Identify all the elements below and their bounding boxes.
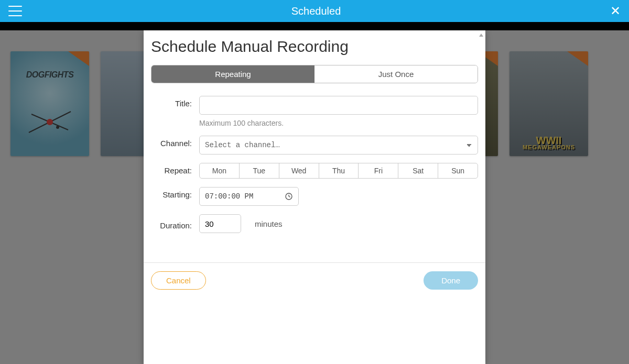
day-selector: Mon Tue Wed Thu Fri Sat Sun	[199, 163, 478, 179]
day-mon[interactable]: Mon	[199, 163, 240, 179]
day-fri[interactable]: Fri	[358, 163, 398, 179]
close-icon[interactable]: ✕	[610, 4, 621, 18]
day-wed[interactable]: Wed	[279, 163, 319, 179]
content-area: DOGFIGHTS 3D WWII MEGAWEAPONS Schedule M…	[0, 30, 629, 364]
recurrence-tabs: Repeating Just Once	[151, 65, 478, 83]
duration-unit: minutes	[255, 219, 283, 228]
starting-label: Starting:	[151, 187, 199, 199]
top-bar: Scheduled ✕	[0, 0, 629, 22]
scroll-up-icon[interactable]	[479, 34, 483, 37]
day-sat[interactable]: Sat	[398, 163, 438, 179]
repeat-label: Repeat:	[151, 163, 199, 175]
channel-strip	[0, 22, 629, 30]
page-title: Scheduled	[291, 5, 341, 17]
starting-time-value: 07:00:00 PM	[205, 192, 253, 201]
modal-footer: Cancel Done	[144, 262, 485, 298]
tab-just-once[interactable]: Just Once	[314, 65, 478, 83]
starting-time-input[interactable]: 07:00:00 PM	[199, 187, 299, 206]
tab-repeating[interactable]: Repeating	[151, 65, 314, 83]
channel-select[interactable]: Select a channel…	[199, 136, 478, 155]
channel-label: Channel:	[151, 136, 199, 148]
day-sun[interactable]: Sun	[438, 163, 478, 179]
duration-input[interactable]	[199, 214, 241, 233]
done-button[interactable]: Done	[424, 271, 478, 290]
menu-icon[interactable]	[8, 6, 22, 16]
title-help: Maximum 100 characters.	[199, 119, 478, 127]
svg-line-6	[289, 196, 290, 197]
day-thu[interactable]: Thu	[319, 163, 359, 179]
schedule-modal: Schedule Manual Recording Repeating Just…	[144, 30, 485, 364]
cancel-button[interactable]: Cancel	[151, 271, 206, 290]
title-input[interactable]	[199, 96, 478, 115]
clock-icon	[285, 192, 293, 201]
day-tue[interactable]: Tue	[239, 163, 279, 179]
duration-label: Duration:	[151, 218, 199, 230]
title-label: Title:	[151, 96, 199, 108]
modal-title: Schedule Manual Recording	[151, 38, 478, 56]
